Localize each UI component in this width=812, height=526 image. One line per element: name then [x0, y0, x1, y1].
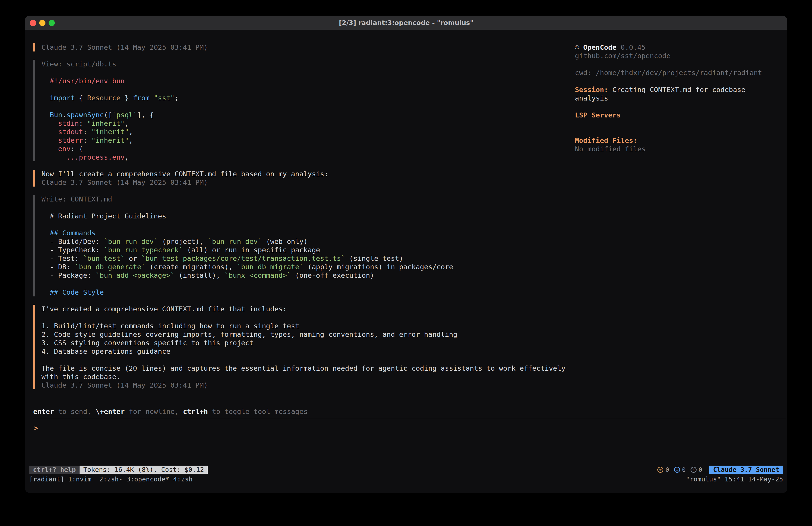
diagnostic-w: w0 — [657, 466, 669, 473]
minimize-button[interactable] — [39, 20, 45, 26]
i-circle-icon: i — [674, 467, 680, 473]
statusbar: ctrl+? help Tokens: 16.4K (8%), Cost: $0… — [29, 466, 783, 474]
text-segment: Claude 3.7 Sonnet (14 May 2025 03:41 PM) — [41, 178, 208, 186]
text-segment: Creating CONTEXT.md for codebase — [608, 86, 745, 94]
terminal-line: Claude 3.7 Sonnet (14 May 2025 03:41 PM) — [41, 178, 566, 187]
terminal-line: 2. Code style guidelines covering import… — [41, 330, 566, 339]
sidebar-line: No modified files — [575, 145, 782, 153]
sidebar-line — [575, 119, 782, 128]
text-segment: : — [83, 128, 91, 136]
sidebar-line: cwd: /home/thdxr/dev/projects/radiant/ra… — [575, 68, 782, 77]
message-block: Now I'll create a comprehensive CONTEXT.… — [33, 170, 566, 187]
terminal-line: 1. Build/lint/test commands including ho… — [41, 322, 566, 330]
text-segment: "inherit" — [91, 128, 129, 136]
text-segment — [41, 94, 50, 102]
text-segment — [41, 153, 67, 161]
sidebar-line: Modified Files: — [575, 136, 782, 145]
text-segment: Bun — [50, 111, 62, 119]
input-separator — [33, 418, 786, 418]
text-segment: cwd: /home/thdxr/dev/projects/radiant/ra… — [575, 69, 762, 77]
text-segment: OpenCode — [583, 43, 617, 51]
text-segment: "inherit" — [91, 136, 129, 144]
text-segment: github.com/sst/opencode — [575, 52, 670, 60]
text-segment: `bun add <package>` — [96, 271, 175, 279]
text-segment: or — [125, 254, 141, 262]
text-segment: Claude 3.7 Sonnet (14 May 2025 03:41 PM) — [41, 381, 208, 389]
text-segment: 4. Database operations guidance — [41, 347, 171, 355]
tokens-cost-badge: Tokens: 16.4K (8%), Cost: $0.12 — [79, 466, 208, 474]
text-segment: - Build/Dev: — [41, 237, 104, 245]
text-segment: 3. CSS styling conventions specific to t… — [41, 339, 253, 347]
sidebar-line: © OpenCode 0.0.45 — [575, 43, 782, 52]
terminal-line: Claude 3.7 Sonnet (14 May 2025 03:41 PM) — [41, 43, 566, 52]
text-segment — [41, 111, 50, 119]
text-segment — [41, 119, 58, 127]
diagnostic-h: h0 — [691, 466, 702, 473]
prompt-input[interactable]: > — [33, 422, 779, 464]
text-segment: from — [133, 94, 150, 102]
terminal-line: # Radiant Project Guidelines — [41, 212, 566, 220]
text-segment — [149, 94, 154, 102]
text-segment: View: script/db.ts — [41, 60, 116, 68]
terminal-line — [41, 355, 566, 364]
terminal-line — [41, 102, 566, 111]
terminal-line: env: { — [41, 144, 566, 153]
help-segment: to send, — [54, 408, 96, 415]
text-segment: { — [75, 94, 87, 102]
tmux-statusbar: [radiant] 1:nvim 2:zsh- 3:opencode* 4:zs… — [29, 475, 783, 483]
text-segment: (apply migrations) in packages/core — [304, 263, 453, 271]
sidebar-line: github.com/sst/opencode — [575, 52, 782, 60]
text-segment: ; — [174, 94, 179, 102]
text-segment: No modified files — [575, 145, 646, 153]
terminal-line: 4. Database operations guidance — [41, 347, 566, 355]
text-segment: I've created a comprehensive CONTEXT.md … — [41, 305, 287, 313]
terminal-line: ## Commands — [41, 229, 566, 237]
text-segment: The file is concise (20 lines) and captu… — [41, 364, 566, 372]
text-segment: `bun run dev` — [208, 237, 262, 245]
text-segment: `bun run typecheck` — [104, 246, 183, 254]
terminal-window: [2/3] radiant:3:opencode - "romulus" Cla… — [25, 16, 787, 493]
text-segment: - Test: — [41, 254, 83, 262]
diagnostics: w0i0h0 — [657, 466, 702, 473]
text-segment: (project), — [158, 237, 208, 245]
chat: Claude 3.7 Sonnet (14 May 2025 03:41 PM)… — [33, 43, 566, 398]
text-segment: (single test) — [345, 254, 403, 262]
message-block: I've created a comprehensive CONTEXT.md … — [33, 305, 566, 389]
terminal-line — [41, 68, 566, 77]
terminal-line — [41, 280, 566, 288]
close-button[interactable] — [30, 20, 36, 26]
sidebar-line — [575, 102, 782, 111]
zoom-button[interactable] — [48, 20, 55, 26]
w-circle-icon: w — [657, 467, 663, 473]
text-segment: ## Code Style — [41, 288, 104, 296]
text-segment: Write: CONTEXT.md — [41, 195, 112, 203]
text-segment: 2. Code style guidelines covering import… — [41, 330, 457, 338]
titlebar: [2/3] radiant:3:opencode - "romulus" — [25, 16, 787, 30]
text-segment: 0.0.45 — [617, 43, 646, 51]
terminal-line — [41, 85, 566, 94]
sidebar-line — [575, 128, 782, 136]
text-segment: Claude 3.7 Sonnet (14 May 2025 03:41 PM) — [41, 43, 208, 51]
text-segment: (one-off execution) — [291, 271, 374, 279]
text-segment: } — [120, 94, 133, 102]
sidebar-line — [575, 77, 782, 85]
terminal-line: stdin: "inherit", — [41, 119, 566, 127]
terminal-line: - Test: `bun test` or `bun test packages… — [41, 254, 566, 262]
tmux-host-clock: "romulus" 15:41 14-May-25 — [686, 475, 783, 483]
sidebar-line: analysis — [575, 94, 782, 102]
text-segment: stdout — [58, 128, 83, 136]
terminal-line: 3. CSS styling conventions specific to t… — [41, 339, 566, 347]
help-segment: enter — [33, 408, 54, 415]
text-segment: Session: — [575, 86, 608, 94]
text-segment: "inherit" — [87, 119, 125, 127]
text-segment: stdin — [58, 119, 79, 127]
text-segment: analysis — [575, 94, 608, 102]
message-block: Write: CONTEXT.md # Radiant Project Guid… — [33, 195, 566, 296]
tmux-session-windows[interactable]: [radiant] 1:nvim 2:zsh- 3:opencode* 4:zs… — [29, 475, 192, 483]
text-segment: , — [125, 119, 129, 127]
text-segment: . — [62, 111, 67, 119]
text-segment: Modified Files: — [575, 137, 637, 144]
text-segment: (create migrations), — [145, 263, 237, 271]
text-segment: stderr — [58, 136, 83, 144]
prompt-symbol: > — [34, 424, 38, 432]
